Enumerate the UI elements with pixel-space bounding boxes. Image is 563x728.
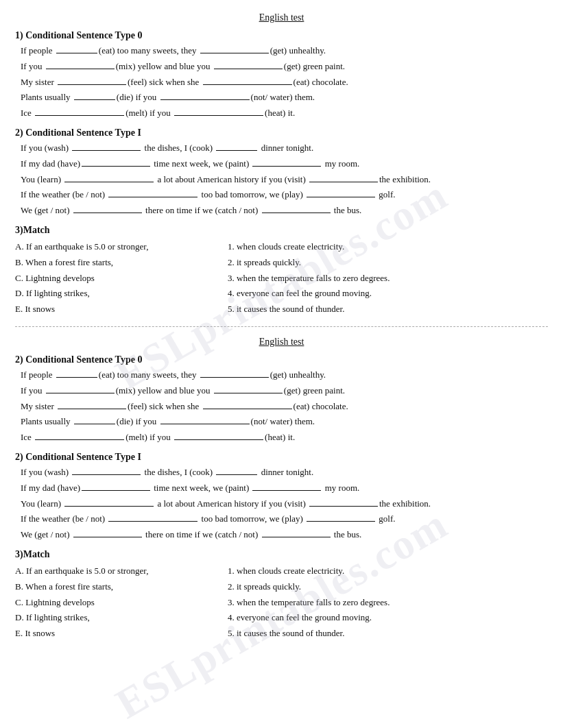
page-title-2: English test <box>15 337 548 348</box>
match-row: C. Lightning develops 3. when the temper… <box>15 596 548 610</box>
line: Ice (melt) if you (heat) it. <box>15 106 548 121</box>
section4-lines: If people (eat) too many sweets, they (g… <box>15 368 548 445</box>
match-left: C. Lightning develops <box>15 596 228 610</box>
section6-title: 3)Match <box>15 549 548 560</box>
line: My sister (feel) sick when she (eat) cho… <box>15 75 548 90</box>
line: Plants usually (die) if you (not/ water)… <box>15 415 548 429</box>
match-right: 1. when clouds create electricity. <box>228 240 548 254</box>
line: If you (wash) the dishes, I (cook) dinne… <box>15 141 548 156</box>
match-row: D. If lighting strikes, 4. everyone can … <box>15 611 548 625</box>
section5-lines: If you (wash) the dishes, I (cook) dinne… <box>15 465 548 542</box>
page-divider <box>15 326 548 327</box>
match-left: E. It snows <box>15 627 228 641</box>
match-row: C. Lightning develops 3. when the temper… <box>15 271 548 286</box>
line: If you (wash) the dishes, I (cook) dinne… <box>15 465 548 480</box>
section1-lines: If people (eat) too many sweets, they (g… <box>15 44 548 121</box>
line: If you (mix) yellow and blue you (get) g… <box>15 60 548 74</box>
section2-title: 2) Conditional Sentence Type I <box>15 128 548 138</box>
match-row: A. If an earthquake is 5.0 or stronger, … <box>15 564 548 579</box>
section4-title: 2) Conditional Sentence Type 0 <box>15 354 548 365</box>
match-right: 2. it spreads quickly. <box>228 580 548 594</box>
match-row: B. When a forest fire starts, 2. it spre… <box>15 256 548 270</box>
match-left: B. When a forest fire starts, <box>15 580 228 594</box>
match-section-1: A. If an earthquake is 5.0 or stronger, … <box>15 240 548 317</box>
match-right: 3. when the temperature falls to zero de… <box>228 596 548 610</box>
match-right: 4. everyone can feel the ground moving. <box>228 287 548 301</box>
match-left: E. It snows <box>15 302 228 317</box>
match-row: A. If an earthquake is 5.0 or stronger, … <box>15 240 548 254</box>
match-left: D. If lighting strikes, <box>15 287 228 301</box>
section3-title: 3)Match <box>15 225 548 236</box>
match-left: D. If lighting strikes, <box>15 611 228 625</box>
match-left: A. If an earthquake is 5.0 or stronger, <box>15 240 228 254</box>
match-section-2: A. If an earthquake is 5.0 or stronger, … <box>15 564 548 641</box>
line: If my dad (have) time next week, we (pai… <box>15 157 548 171</box>
match-left: B. When a forest fire starts, <box>15 256 228 270</box>
line: You (learn) a lot about American history… <box>15 497 548 511</box>
section2-lines: If you (wash) the dishes, I (cook) dinne… <box>15 141 548 218</box>
match-right: 5. it causes the sound of thunder. <box>228 302 548 317</box>
line: If my dad (have) time next week, we (pai… <box>15 481 548 496</box>
match-row: E. It snows 5. it causes the sound of th… <box>15 302 548 317</box>
line: You (learn) a lot about American history… <box>15 173 548 187</box>
match-right: 3. when the temperature falls to zero de… <box>228 271 548 286</box>
match-right: 4. everyone can feel the ground moving. <box>228 611 548 625</box>
match-right: 1. when clouds create electricity. <box>228 564 548 579</box>
line: Plants usually (die) if you (not/ water)… <box>15 90 548 105</box>
match-row: B. When a forest fire starts, 2. it spre… <box>15 580 548 594</box>
match-row: E. It snows 5. it causes the sound of th… <box>15 627 548 641</box>
line: If the weather (be / not) too bad tomorr… <box>15 512 548 526</box>
line: We (get / not) there on time if we (catc… <box>15 528 548 542</box>
match-right: 5. it causes the sound of thunder. <box>228 627 548 641</box>
match-left: C. Lightning develops <box>15 271 228 286</box>
line: If people (eat) too many sweets, they (g… <box>15 44 548 58</box>
section1-title: 1) Conditional Sentence Type 0 <box>15 30 548 41</box>
line: If you (mix) yellow and blue you (get) g… <box>15 384 548 398</box>
line: If the weather (be / not) too bad tomorr… <box>15 188 548 202</box>
match-left: A. If an earthquake is 5.0 or stronger, <box>15 564 228 579</box>
page-title: English test <box>15 12 548 23</box>
line: We (get / not) there on time if we (catc… <box>15 204 548 218</box>
match-row: D. If lighting strikes, 4. everyone can … <box>15 287 548 301</box>
line: Ice (melt) if you (heat) it. <box>15 430 548 445</box>
section5-title: 2) Conditional Sentence Type I <box>15 452 548 463</box>
match-right: 2. it spreads quickly. <box>228 256 548 270</box>
line: If people (eat) too many sweets, they (g… <box>15 368 548 383</box>
line: My sister (feel) sick when she (eat) cho… <box>15 400 548 414</box>
